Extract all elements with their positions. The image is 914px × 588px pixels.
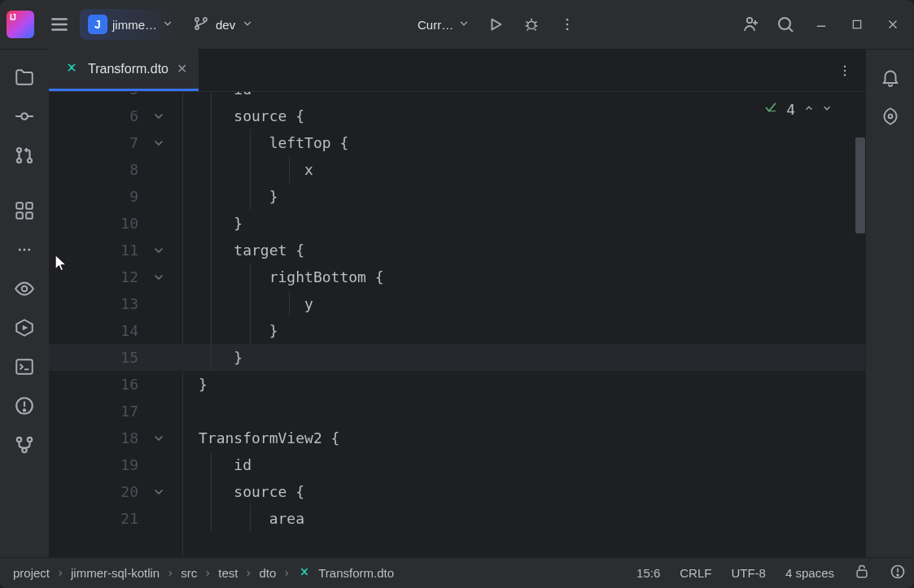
titlebar: J jimme… dev Curr… bbox=[0, 0, 914, 49]
vcs-branch-selector[interactable]: dev bbox=[185, 9, 261, 40]
fold-toggle[interactable] bbox=[147, 244, 171, 257]
terminal-tool-button[interactable] bbox=[8, 351, 41, 383]
ai-assistant-button[interactable] bbox=[874, 100, 907, 133]
fold-toggle[interactable] bbox=[147, 110, 171, 123]
scrollbar-thumb[interactable] bbox=[855, 137, 865, 233]
code-line[interactable]: 8 x bbox=[49, 156, 865, 183]
code-line[interactable]: 14 } bbox=[49, 317, 865, 344]
breadcrumb-item[interactable]: jimmer-sql-kotlin bbox=[71, 566, 160, 580]
svg-point-40 bbox=[24, 409, 25, 411]
breadcrumbs[interactable]: projectjimmer-sql-kotlinsrctestdtoTransf… bbox=[8, 564, 394, 581]
search-everywhere-button[interactable] bbox=[769, 8, 802, 41]
code-line[interactable]: 21 area bbox=[49, 505, 865, 532]
fold-toggle[interactable] bbox=[147, 486, 171, 499]
fold-toggle[interactable] bbox=[147, 271, 171, 284]
readonly-toggle-icon[interactable] bbox=[854, 564, 870, 582]
code-line[interactable]: 16} bbox=[49, 371, 865, 398]
window-maximize-button[interactable] bbox=[841, 8, 873, 41]
services-tool-button[interactable] bbox=[8, 311, 41, 344]
line-number: 13 bbox=[49, 295, 147, 312]
inspection-count: 4 bbox=[786, 101, 795, 118]
code-text: TransformView2 { bbox=[171, 429, 339, 446]
breadcrumb-item[interactable]: project bbox=[13, 566, 50, 580]
close-tab-icon[interactable]: ✕ bbox=[177, 61, 187, 76]
problems-status-icon[interactable] bbox=[890, 564, 906, 582]
pull-requests-tool-button[interactable] bbox=[8, 139, 41, 172]
breadcrumb-separator-icon bbox=[282, 566, 291, 580]
project-tool-button[interactable] bbox=[8, 61, 41, 94]
chevron-down-icon bbox=[458, 18, 470, 32]
line-number: 19 bbox=[49, 456, 147, 473]
code-with-me-button[interactable] bbox=[733, 8, 766, 41]
notifications-button[interactable] bbox=[874, 61, 907, 94]
window-minimize-button[interactable] bbox=[805, 8, 837, 41]
code-line[interactable]: 7 leftTop { bbox=[49, 129, 865, 156]
inspection-widget[interactable]: 4 bbox=[759, 98, 837, 120]
run-config-label: Curr… bbox=[418, 18, 453, 32]
problems-tool-button[interactable] bbox=[8, 390, 41, 422]
code-line[interactable]: 20 source { bbox=[49, 478, 865, 505]
editor-area: Transform.dto ✕ 5 id6 source {7 leftTop … bbox=[49, 50, 865, 557]
fold-toggle[interactable] bbox=[147, 137, 171, 150]
svg-marker-35 bbox=[23, 325, 28, 331]
view-tool-button[interactable] bbox=[8, 272, 41, 305]
right-tool-rail bbox=[865, 50, 914, 557]
breadcrumb-separator-icon bbox=[244, 566, 252, 580]
structure-tool-button[interactable] bbox=[8, 194, 41, 227]
line-ending[interactable]: CRLF bbox=[680, 566, 711, 580]
code-line[interactable]: 17 bbox=[49, 398, 865, 425]
line-number: 12 bbox=[49, 268, 147, 285]
code-line[interactable]: 9 } bbox=[49, 183, 865, 210]
line-number: 7 bbox=[49, 134, 147, 151]
code-line[interactable]: 10 } bbox=[49, 210, 865, 237]
svg-rect-36 bbox=[16, 359, 33, 373]
code-text: area bbox=[171, 510, 304, 527]
line-number: 18 bbox=[49, 429, 147, 446]
indent-setting[interactable]: 4 spaces bbox=[785, 566, 834, 580]
line-number: 16 bbox=[49, 376, 147, 393]
vcs-tool-button[interactable] bbox=[8, 429, 41, 461]
next-highlight-icon[interactable] bbox=[821, 102, 833, 117]
code-line[interactable]: 15 } bbox=[49, 344, 865, 371]
code-text: rightBottom { bbox=[171, 268, 384, 285]
code-line[interactable]: 19 id bbox=[49, 451, 865, 478]
code-text: } bbox=[171, 322, 278, 339]
fold-toggle[interactable] bbox=[147, 432, 171, 445]
run-config-selector[interactable]: Curr… bbox=[411, 9, 476, 40]
code-line[interactable]: 12 rightBottom { bbox=[49, 264, 865, 290]
breadcrumb-item[interactable]: src bbox=[181, 566, 197, 580]
file-encoding[interactable]: UTF-8 bbox=[731, 566, 766, 580]
code-line[interactable]: 18TransformView2 { bbox=[49, 425, 865, 451]
svg-point-52 bbox=[897, 574, 899, 576]
code-line[interactable]: 6 source { bbox=[49, 102, 865, 129]
breadcrumb-item[interactable]: dto bbox=[259, 566, 276, 580]
more-actions-button[interactable] bbox=[551, 8, 584, 41]
line-number: 15 bbox=[49, 349, 147, 366]
svg-point-31 bbox=[24, 249, 26, 251]
code-line[interactable]: 11 target { bbox=[49, 237, 865, 264]
svg-point-30 bbox=[19, 249, 21, 251]
cursor-position[interactable]: 15:6 bbox=[636, 566, 660, 580]
run-button[interactable] bbox=[479, 8, 512, 41]
line-number: 6 bbox=[49, 107, 147, 124]
breadcrumb-file-label: Transform.dto bbox=[318, 566, 394, 580]
project-selector[interactable]: J jimme… bbox=[80, 9, 181, 40]
prev-highlight-icon[interactable] bbox=[803, 102, 815, 117]
code-line[interactable]: 5 id bbox=[49, 92, 865, 102]
tab-transform-dto[interactable]: Transform.dto ✕ bbox=[49, 49, 199, 91]
debug-button[interactable] bbox=[515, 8, 548, 41]
breadcrumb-item[interactable]: test bbox=[218, 566, 238, 580]
commit-tool-button[interactable] bbox=[8, 100, 41, 133]
main-menu-button[interactable] bbox=[42, 8, 77, 41]
svg-rect-27 bbox=[26, 203, 33, 209]
inspection-check-icon bbox=[763, 100, 778, 118]
more-tools-button[interactable] bbox=[8, 233, 41, 266]
code-line[interactable]: 13 y bbox=[49, 290, 865, 317]
svg-point-11 bbox=[747, 18, 752, 23]
svg-rect-17 bbox=[853, 20, 860, 28]
code-editor[interactable]: 5 id6 source {7 leftTop {8 x9 }10 }11 ta… bbox=[49, 92, 865, 557]
editor-options-button[interactable] bbox=[831, 56, 859, 85]
breadcrumb-file[interactable]: Transform.dto bbox=[297, 564, 394, 581]
window-close-button[interactable] bbox=[877, 8, 909, 41]
svg-rect-29 bbox=[26, 212, 33, 219]
